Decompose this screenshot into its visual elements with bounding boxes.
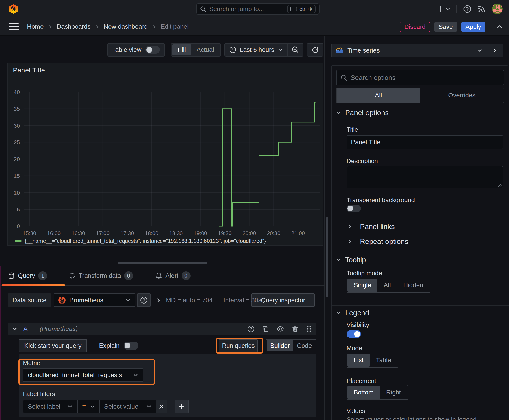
metric-select[interactable]: cloudflared_tunnel_total_requests [23,368,143,382]
legend-placement-group: Bottom Right [347,385,408,400]
legend-placement-label: Placement [347,377,376,384]
plus-icon [437,5,444,13]
trash-icon[interactable] [292,326,298,332]
resize-handle-icon [498,183,502,187]
legend-mode-list[interactable]: List [347,354,370,367]
tooltip-mode-all[interactable]: All [378,279,397,292]
run-queries-button[interactable]: Run queries [219,339,258,352]
add-filter-button[interactable] [175,400,189,413]
panel-options-pane: Time series Search options All Overrides… [325,36,509,420]
chart-legend[interactable]: {__name__="cloudflared_tunnel_total_requ… [15,238,266,244]
discard-button[interactable]: Discard [400,22,430,32]
explain-switch[interactable] [124,342,138,350]
duplicate-icon[interactable] [262,326,269,332]
news-button[interactable] [478,5,486,13]
datasource-picker[interactable]: Prometheus [54,293,135,307]
tooltip-mode-single[interactable]: Single [347,279,378,292]
grafana-logo[interactable] [8,4,18,14]
legend-visibility-switch[interactable] [347,330,361,338]
time-picker: Last 6 hours [224,43,304,57]
options-scrollbar[interactable] [326,217,328,298]
svg-text:5: 5 [17,206,20,212]
chevron-down-icon[interactable] [12,326,17,332]
database-icon [8,272,15,279]
legend-mode-table[interactable]: Table [370,354,397,367]
expand-options-chevron[interactable] [156,298,161,303]
query-count-badge: 1 [38,271,47,280]
global-search-input[interactable]: Search or jump to... ctrl+k [196,3,319,15]
query-row-header[interactable]: A (Prometheus) [8,323,316,335]
collapse-pane-button[interactable] [486,44,503,57]
help-icon [140,296,148,304]
panel-title-input[interactable]: Panel Title [347,135,503,150]
panel-title-input-value: Panel Title [351,139,380,146]
save-button[interactable]: Save [434,22,457,32]
remove-filter-button[interactable] [156,400,167,413]
table-view-label: Table view [112,46,142,53]
help-icon[interactable] [247,325,255,332]
tooltip-header[interactable]: Tooltip [336,256,366,264]
drag-handle-icon[interactable] [306,326,312,332]
table-view-switch[interactable] [145,46,160,54]
actual-option[interactable]: Actual [191,45,220,55]
datasource-help-button[interactable] [137,293,151,307]
shortcut-label: ctrl+k [299,6,312,12]
table-view-toggle-group: Table view [107,43,165,57]
tab-transform-data[interactable]: Transform data 0 [63,266,138,285]
filter-all-option[interactable]: All [337,88,420,103]
select-value-dropdown[interactable]: Select value [99,400,156,413]
code-option[interactable]: Code [293,340,316,351]
options-search-placeholder: Search options [350,74,395,82]
legend-header[interactable]: Legend [336,309,369,317]
select-label-dropdown[interactable]: Select label [23,400,77,413]
options-search-input[interactable]: Search options [336,70,504,85]
visibility-label: Visibility [347,321,369,329]
new-menu-button[interactable] [437,5,450,13]
collapse-header-button[interactable] [496,24,503,30]
tab-query[interactable]: Query 1 [3,266,53,285]
time-range-button[interactable]: Last 6 hours [225,44,287,56]
tooltip-mode-hidden[interactable]: Hidden [397,279,430,292]
visualization-value: Time series [347,47,473,54]
panel-options-header[interactable]: Panel options [336,109,389,117]
legend-mode-group: List Table [347,353,398,368]
description-textarea[interactable] [347,166,503,188]
time-series-panel[interactable]: Panel Title 051015202530354015:3016:0016… [7,63,323,246]
transform-icon [69,272,76,279]
user-avatar[interactable] [492,4,503,14]
repeat-options-row[interactable]: Repeat options [347,237,408,246]
section-divider [347,234,503,234]
legend-placement-bottom[interactable]: Bottom [347,386,380,399]
help-button[interactable] [463,5,471,13]
query-options-summary[interactable]: MD = auto = 704Interval = 30s [166,297,261,304]
search-icon [200,6,206,12]
breadcrumb-dashboards[interactable]: Dashboards [57,23,91,30]
apply-button[interactable]: Apply [461,22,485,32]
zoom-out-button[interactable] [287,44,303,56]
breadcrumb-new-dashboard[interactable]: New dashboard [104,23,148,30]
builder-option[interactable]: Builder [267,340,293,351]
legend-series-swatch [15,240,22,242]
breadcrumb-home[interactable]: Home [27,23,44,30]
datasource-label: Data source [8,293,51,307]
filter-overrides-option[interactable]: Overrides [420,88,504,103]
chevron-up-icon [496,24,503,30]
legend-placement-right[interactable]: Right [380,386,407,399]
svg-text:16:30: 16:30 [72,230,85,236]
operator-dropdown[interactable]: = [77,400,99,413]
eye-icon[interactable] [276,325,284,333]
avatar-image [492,4,503,14]
transparent-background-switch[interactable] [347,205,361,212]
tab-alert[interactable]: Alert 0 [150,266,196,285]
refresh-button[interactable] [307,43,323,57]
menu-toggle-button[interactable] [9,22,19,32]
legend-mode-label: Mode [347,345,362,352]
pane-resize-handle[interactable] [118,262,207,264]
visualization-picker[interactable]: Time series [332,44,486,57]
kick-start-button[interactable]: Kick start your query [19,339,87,352]
panel-links-row[interactable]: Panel links [347,223,395,231]
description-label: Description [347,158,378,165]
rss-icon [478,5,486,13]
svg-text:40: 40 [14,89,20,95]
fill-option[interactable]: Fill [172,45,191,55]
